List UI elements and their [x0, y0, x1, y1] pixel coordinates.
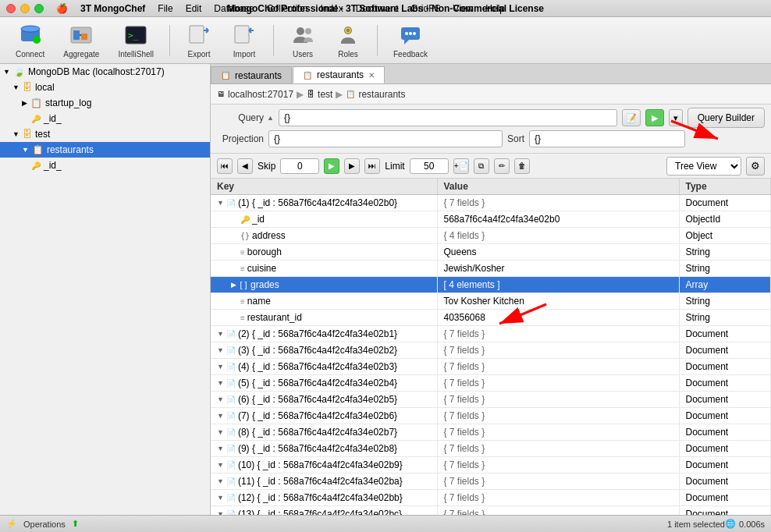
- view-select[interactable]: Tree View Table View JSON View: [666, 157, 741, 176]
- tab-restaurants-2[interactable]: 📋 restaurants ✕: [293, 66, 385, 83]
- expand-icon[interactable]: ▼: [217, 379, 224, 387]
- tab-restaurants-1[interactable]: 📋 restaurants: [211, 66, 292, 83]
- expand-icon[interactable]: ▼: [217, 494, 224, 502]
- maximize-button[interactable]: [34, 4, 44, 13]
- table-row[interactable]: ▼📄(8) { _id : 568a7f6c4a4f2c4fa34e02b7}{…: [211, 424, 771, 441]
- expand-icon[interactable]: ▼: [217, 477, 224, 485]
- expand-icon[interactable]: ▼: [217, 445, 224, 452]
- table-row[interactable]: ▼📄(12) { _id : 568a7f6c4a4f2c4fa34e02bb}…: [211, 490, 771, 506]
- sidebar-item-local[interactable]: ▼ 🗄 local: [0, 80, 210, 95]
- breadcrumb-db-icon: 🗄: [307, 90, 314, 98]
- sidebar-item-test[interactable]: ▼ 🗄 test: [0, 126, 210, 142]
- expand-icon[interactable]: ▶: [231, 281, 236, 289]
- minimize-button[interactable]: [20, 4, 30, 13]
- table-row[interactable]: ▼📄(7) { _id : 568a7f6c4a4f2c4fa34e02b6}{…: [211, 408, 771, 424]
- field-icon: ≡: [240, 264, 245, 273]
- expand-icon[interactable]: ▼: [217, 330, 224, 338]
- limit-input[interactable]: [410, 158, 449, 174]
- app-menu[interactable]: 3T MongoChef: [80, 3, 145, 14]
- skip-input[interactable]: [280, 158, 319, 174]
- delete-doc-button[interactable]: 🗑: [514, 158, 530, 174]
- close-button[interactable]: [6, 4, 16, 13]
- timing-value: 0.006s: [739, 520, 765, 529]
- value-cell: Tov Kosher Kitchen: [437, 293, 679, 310]
- query-run-dropdown[interactable]: ▾: [669, 109, 683, 126]
- table-row[interactable]: ▼📄(11) { _id : 568a7f6c4a4f2c4fa34e02ba}…: [211, 473, 771, 490]
- table-row[interactable]: ▼📄(1) { _id : 568a7f6c4a4f2c4fa34e02b0}{…: [211, 195, 771, 211]
- field-icon: ≡: [240, 314, 245, 322]
- tab-close-button[interactable]: ✕: [368, 71, 375, 80]
- nav-prev-button[interactable]: ◀: [237, 158, 253, 174]
- chevron-down-icon: ▼: [22, 146, 29, 154]
- query-edit-button[interactable]: 📝: [622, 109, 641, 126]
- connect-icon: [18, 23, 43, 48]
- expand-icon[interactable]: ▼: [217, 395, 224, 403]
- tab-bar: 📋 restaurants 📋 restaurants ✕: [211, 64, 771, 84]
- expand-icon[interactable]: ▼: [217, 510, 224, 515]
- aggregate-button[interactable]: Aggregate: [57, 20, 105, 62]
- table-row[interactable]: ▼📄(5) { _id : 568a7f6c4a4f2c4fa34e02b4}{…: [211, 375, 771, 392]
- sidebar-item-restaurants-id[interactable]: 🔑 _id_: [0, 158, 210, 173]
- table-row[interactable]: {}address{ 4 fields }Object: [211, 228, 771, 244]
- table-row[interactable]: ≡cuisineJewish/KosherString: [211, 261, 771, 277]
- connect-button[interactable]: Connect: [9, 20, 51, 62]
- table-row[interactable]: ▼📄(2) { _id : 568a7f6c4a4f2c4fa34e02b1}{…: [211, 326, 771, 342]
- nav-next-button[interactable]: ▶: [344, 158, 360, 174]
- table-row[interactable]: ▼📄(6) { _id : 568a7f6c4a4f2c4fa34e02b5}{…: [211, 392, 771, 408]
- expand-icon[interactable]: ▼: [217, 428, 224, 436]
- table-row[interactable]: ≡restaurant_id40356068String: [211, 310, 771, 326]
- nav-first-button[interactable]: ⏮: [217, 158, 233, 174]
- add-doc-button[interactable]: +📄: [453, 158, 469, 174]
- feedback-button[interactable]: Feedback: [387, 20, 434, 62]
- key-text: (2) { _id : 568a7f6c4a4f2c4fa34e02b1}: [238, 328, 397, 339]
- statusbar-upload-icon[interactable]: ⬆: [72, 519, 79, 529]
- table-row[interactable]: ▼📄(10) { _id : 568a7f6c4a4f2c4fa34e02b9}…: [211, 457, 771, 473]
- table-row[interactable]: ▼📄(3) { _id : 568a7f6c4a4f2c4fa34e02b2}{…: [211, 342, 771, 359]
- apple-menu[interactable]: 🍎: [56, 3, 68, 14]
- edit-menu[interactable]: Edit: [186, 3, 202, 14]
- expand-icon[interactable]: ▼: [217, 199, 224, 207]
- export-button[interactable]: Export: [179, 20, 219, 62]
- type-cell: Document: [679, 408, 771, 424]
- table-row[interactable]: ▶[]grades[ 4 elements ]Array: [211, 277, 771, 293]
- value-cell: { 7 fields }: [437, 506, 679, 516]
- users-button[interactable]: Users: [283, 20, 322, 62]
- table-row[interactable]: ▼📄(9) { _id : 568a7f6c4a4f2c4fa34e02b8}{…: [211, 441, 771, 457]
- projection-row: Projection Sort: [217, 130, 765, 147]
- expand-icon[interactable]: ▼: [217, 461, 224, 469]
- sort-input[interactable]: [529, 130, 685, 147]
- expand-icon[interactable]: ▼: [217, 412, 224, 420]
- query-run-button[interactable]: ▶: [645, 109, 664, 126]
- roles-button[interactable]: Roles: [329, 20, 368, 62]
- sidebar-restaurants-id-label: _id_: [44, 160, 62, 171]
- expand-icon[interactable]: ▼: [217, 346, 224, 354]
- file-menu[interactable]: File: [158, 3, 172, 14]
- edit-doc-button[interactable]: ✏: [494, 158, 510, 174]
- table-row[interactable]: 🔑_id568a7f6c4a4f2c4fa34e02b0ObjectId: [211, 211, 771, 228]
- table-row[interactable]: ▼📄(4) { _id : 568a7f6c4a4f2c4fa34e02b3}{…: [211, 359, 771, 375]
- table-row[interactable]: ≡nameTov Kosher KitchenString: [211, 293, 771, 310]
- nav-run-button[interactable]: ▶: [324, 158, 339, 174]
- sidebar-item-startup-log[interactable]: ▶ 📋 startup_log: [0, 95, 210, 111]
- import-button[interactable]: Import: [225, 20, 264, 62]
- table-settings-button[interactable]: ⚙: [746, 157, 765, 176]
- statusbar-operations-label: Operations: [23, 520, 66, 529]
- toolbar-sep-3: [377, 25, 378, 56]
- type-cell: Document: [679, 457, 771, 473]
- expand-icon[interactable]: ▼: [217, 363, 224, 371]
- type-cell: Document: [679, 392, 771, 408]
- query-input[interactable]: [279, 109, 617, 126]
- nav-last-button[interactable]: ⏭: [364, 158, 380, 174]
- field-icon: 📄: [226, 363, 236, 371]
- sidebar-item-root[interactable]: ▼ 🍃 MongoDB Mac (localhost:27017): [0, 64, 210, 80]
- sort-asc-icon: ▲: [267, 114, 274, 122]
- projection-input[interactable]: [268, 130, 503, 147]
- sidebar-item-startup-id[interactable]: 🔑 _id_: [0, 111, 210, 126]
- query-builder-button[interactable]: Query Builder: [688, 108, 765, 128]
- clone-doc-button[interactable]: ⧉: [474, 158, 489, 174]
- table-row[interactable]: ≡boroughQueensString: [211, 244, 771, 261]
- intellishell-button[interactable]: >_ IntelliShell: [112, 20, 160, 62]
- sidebar-item-restaurants[interactable]: ▼ 📋 restaurants: [0, 142, 210, 158]
- table-row[interactable]: ▼📄(13) { _id : 568a7f6c4a4f2c4fa34e02bc}…: [211, 506, 771, 516]
- breadcrumb-collection-icon: 📋: [346, 90, 355, 98]
